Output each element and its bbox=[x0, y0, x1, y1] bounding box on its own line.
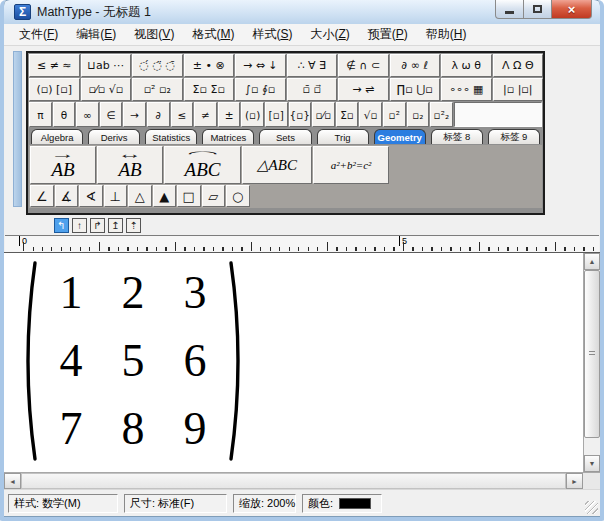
tab-stop-button[interactable]: ↱ bbox=[90, 218, 105, 233]
palette-tab[interactable]: Statistics bbox=[145, 129, 197, 144]
small-bar-button[interactable]: θ bbox=[53, 102, 76, 127]
matrix-entry[interactable]: 7 bbox=[60, 406, 83, 452]
geometry-symbol-button[interactable]: ∠ bbox=[30, 185, 54, 207]
menu-item[interactable]: 编辑(E) bbox=[67, 24, 125, 45]
geometry-template-button[interactable]: ↔ AB bbox=[97, 146, 163, 184]
matrix-expression[interactable]: 1 2 3 4 5 6 7 bbox=[18, 259, 248, 463]
small-bar-button[interactable]: π bbox=[29, 102, 52, 127]
palette-tab[interactable]: Sets bbox=[259, 129, 311, 144]
small-bar-button[interactable]: ∂ bbox=[147, 102, 170, 127]
template-palette-button[interactable]: ▫⁄▫ √▫ bbox=[81, 78, 132, 101]
tab-stop-button[interactable]: ↰ bbox=[54, 218, 69, 233]
small-bar-button[interactable]: {▫} bbox=[289, 102, 312, 127]
palette-tab[interactable]: Matrices bbox=[202, 129, 254, 144]
small-bar-button[interactable]: ▫₂ bbox=[407, 102, 430, 127]
palette-tab[interactable]: Trig bbox=[317, 129, 369, 144]
scroll-down-button[interactable]: ▼ bbox=[584, 455, 600, 472]
small-bar-button[interactable]: ▫²₂ bbox=[430, 102, 453, 127]
geometry-symbol-button[interactable]: ∡ bbox=[55, 185, 79, 207]
geometry-template-button[interactable]: a²+b²=c² bbox=[313, 146, 389, 184]
symbol-palette-button[interactable]: ≤ ≠ ≈ bbox=[29, 54, 80, 77]
horizontal-scrollbar[interactable]: ◄ ► bbox=[4, 472, 600, 489]
equation-canvas[interactable]: 1 2 3 4 5 6 7 bbox=[4, 253, 583, 472]
matrix-entry[interactable]: 5 bbox=[122, 338, 145, 384]
palette-tab[interactable]: Algebra bbox=[31, 129, 83, 144]
maximize-button[interactable] bbox=[524, 0, 551, 19]
small-bar-button[interactable]: Σ▫ bbox=[336, 102, 359, 127]
status-zoom-panel[interactable]: 缩放: 200% bbox=[233, 494, 296, 513]
matrix-entry[interactable]: 1 bbox=[60, 270, 83, 316]
symbol-palette-button[interactable]: ∴ ∀ ∃ bbox=[287, 54, 338, 77]
tab-stop-button[interactable]: ↥ bbox=[108, 218, 123, 233]
symbol-palette-button[interactable]: ⊔ab ⋯ bbox=[81, 54, 132, 77]
symbol-palette-button[interactable]: ∂ ∞ ℓ bbox=[390, 54, 441, 77]
small-bar-button[interactable]: ∈ bbox=[100, 102, 123, 127]
small-bar-button[interactable]: ∞ bbox=[76, 102, 99, 127]
template-palette-button[interactable]: ▫̄ ▫⃗ bbox=[287, 78, 338, 101]
template-palette-button[interactable]: → ⇌ bbox=[338, 78, 389, 101]
geometry-template-button[interactable]: △ABC bbox=[242, 146, 312, 184]
toolbar-drag-grip[interactable] bbox=[13, 51, 22, 207]
template-palette-button[interactable]: |▫ |▫| bbox=[493, 78, 544, 101]
scroll-left-button[interactable]: ◄ bbox=[4, 473, 21, 489]
small-bar-button[interactable]: ≠ bbox=[194, 102, 217, 127]
geometry-template-button[interactable]: ◠ ABC bbox=[164, 146, 241, 184]
small-bar-button[interactable]: → bbox=[123, 102, 146, 127]
ruler[interactable]: 0 5 bbox=[5, 235, 599, 252]
scroll-right-button[interactable]: ► bbox=[566, 473, 583, 489]
horizontal-scrollbar-track[interactable] bbox=[21, 473, 566, 489]
matrix-entry[interactable]: 2 bbox=[122, 270, 145, 316]
small-bar-button[interactable]: ▫² bbox=[383, 102, 406, 127]
small-bar-button[interactable]: [▫] bbox=[265, 102, 288, 127]
small-bar-button[interactable]: ≤ bbox=[171, 102, 194, 127]
template-palette-button[interactable]: Σ▫ Σ▫ bbox=[184, 78, 235, 101]
scroll-up-button[interactable]: ▲ bbox=[584, 253, 600, 270]
vertical-scrollbar[interactable]: ▲ ▼ bbox=[583, 253, 600, 472]
small-bar-button[interactable]: (▫) bbox=[241, 102, 264, 127]
title-bar[interactable]: Σ MathType - 无标题 1 × bbox=[4, 0, 600, 24]
palette-tab[interactable]: 标签 9 bbox=[488, 129, 540, 144]
matrix-entry[interactable]: 3 bbox=[184, 270, 207, 316]
palette-tab[interactable]: Derivs bbox=[88, 129, 140, 144]
geometry-symbol-button[interactable]: ▲ bbox=[153, 185, 177, 207]
status-size-panel[interactable]: 尺寸: 标准(F) bbox=[124, 494, 227, 513]
small-bar-button[interactable]: ▫⁄▫ bbox=[312, 102, 335, 127]
status-style-panel[interactable]: 样式: 数学(M) bbox=[8, 494, 118, 513]
geometry-symbol-button[interactable]: △ bbox=[128, 185, 152, 207]
geometry-symbol-button[interactable]: ∢ bbox=[79, 185, 103, 207]
menu-item[interactable]: 视图(V) bbox=[125, 24, 183, 45]
close-button[interactable]: × bbox=[551, 0, 592, 19]
symbol-palette-button[interactable]: ◌́ ◌̈ ◌̄ bbox=[132, 54, 183, 77]
symbol-palette-button[interactable]: → ⇔ ↓ bbox=[235, 54, 286, 77]
symbol-palette-button[interactable]: ∉ ∩ ⊂ bbox=[338, 54, 389, 77]
matrix-entry[interactable]: 6 bbox=[184, 338, 207, 384]
matrix-entry[interactable]: 4 bbox=[60, 338, 83, 384]
vertical-scrollbar-thumb[interactable] bbox=[584, 270, 600, 438]
template-palette-button[interactable]: (▫) [▫] bbox=[29, 78, 80, 101]
small-bar-button[interactable]: √▫ bbox=[359, 102, 382, 127]
geometry-template-button[interactable]: → AB bbox=[30, 146, 96, 184]
symbol-palette-button[interactable]: λ ω θ bbox=[441, 54, 492, 77]
symbol-palette-button[interactable]: ± • ⊗ bbox=[184, 54, 235, 77]
menu-item[interactable]: 预置(P) bbox=[359, 24, 417, 45]
minimize-button[interactable] bbox=[495, 0, 524, 19]
tab-stop-button[interactable]: ⇡ bbox=[126, 218, 141, 233]
menu-item[interactable]: 文件(F) bbox=[10, 24, 67, 45]
template-palette-button[interactable]: ∘∘∘ ▦ bbox=[441, 78, 492, 101]
matrix-entry[interactable]: 8 bbox=[122, 406, 145, 452]
palette-tab[interactable]: Geometry bbox=[374, 129, 426, 144]
status-color-panel[interactable]: 颜色: bbox=[302, 494, 382, 513]
menu-item[interactable]: 格式(M) bbox=[183, 24, 243, 45]
resize-grip-icon[interactable] bbox=[585, 501, 598, 514]
vertical-scrollbar-track[interactable] bbox=[584, 438, 600, 455]
menu-item[interactable]: 帮助(H) bbox=[417, 24, 476, 45]
geometry-symbol-button[interactable]: ⊥ bbox=[104, 185, 128, 207]
template-palette-button[interactable]: ▫² ▫₂ bbox=[132, 78, 183, 101]
matrix-entry[interactable]: 9 bbox=[184, 406, 207, 452]
small-bar-button[interactable]: ± bbox=[218, 102, 241, 127]
template-palette-button[interactable]: ∏▫ ⋃▫ bbox=[390, 78, 441, 101]
geometry-symbol-button[interactable]: ▱ bbox=[202, 185, 226, 207]
menu-item[interactable]: 大小(Z) bbox=[301, 24, 358, 45]
geometry-symbol-button[interactable]: ○ bbox=[226, 185, 250, 207]
symbol-palette-button[interactable]: Λ Ω Θ bbox=[493, 54, 544, 77]
